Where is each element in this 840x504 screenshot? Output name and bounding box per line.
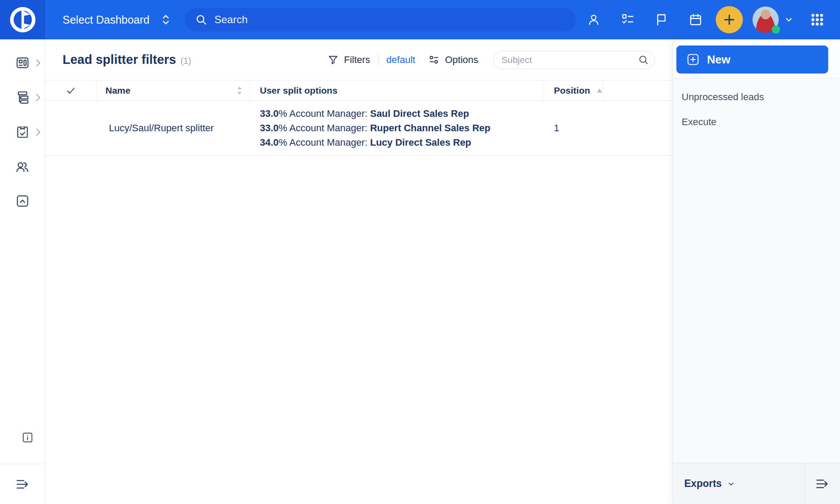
table-header-row: Name User split options Position [45, 80, 672, 101]
tree-structure-icon [15, 90, 30, 105]
collapse-panel-button[interactable] [805, 463, 840, 504]
chevron-right-icon [36, 94, 41, 102]
action-panel-header: New [673, 39, 840, 78]
filters-button[interactable]: Filters [328, 54, 370, 66]
column-header-name[interactable]: Name [97, 80, 250, 100]
row-split-options-cell: 33.0% Account Manager: Saul Direct Sales… [250, 106, 543, 150]
panel-item-unprocessed-leads[interactable]: Unprocessed leads [673, 84, 840, 109]
expand-arrow-icon [815, 476, 830, 491]
contact-person-icon[interactable] [587, 13, 600, 26]
column-header-user-split-options: User split options [250, 80, 543, 100]
logo-icon [9, 6, 36, 33]
search-input[interactable] [214, 14, 576, 26]
split-option-line: 33.0% Account Manager: Saul Direct Sales… [260, 106, 543, 121]
exports-button[interactable]: Exports [673, 463, 805, 504]
left-sidebar [0, 39, 45, 504]
filters-label: Filters [344, 54, 370, 66]
plus-icon [722, 13, 736, 27]
checkmark-icon [66, 85, 76, 96]
split-option-line: 34.0% Account Manager: Lucy Direct Sales… [260, 135, 543, 150]
top-navigation-bar: Select Dashboard [0, 0, 840, 39]
default-filter-link[interactable]: default [386, 54, 415, 66]
sidebar-divider [0, 464, 45, 464]
flag-icon[interactable] [655, 13, 668, 26]
action-panel: New Unprocessed leads Execute Exports [672, 39, 840, 504]
search-icon [195, 14, 207, 26]
column-label: Position [554, 85, 590, 96]
app-logo[interactable] [0, 0, 45, 39]
column-header-position[interactable]: Position [543, 80, 603, 100]
chevron-right-icon [36, 59, 41, 67]
split-option-line: 33.0% Account Manager: Rupert Channel Sa… [260, 121, 543, 135]
plus-square-icon [686, 53, 700, 66]
quick-add-button[interactable] [716, 6, 743, 33]
funnel-icon [328, 54, 339, 65]
sort-both-icon [237, 86, 242, 95]
account-menu-chevron-down-icon[interactable] [784, 14, 794, 25]
search-icon [638, 54, 649, 66]
table-row[interactable]: Lucy/Saul/Rupert splitter 33.0% Account … [45, 101, 672, 156]
sidebar-item-activities[interactable] [0, 115, 45, 149]
options-label: Options [445, 54, 478, 66]
clipboard-check-icon [15, 125, 30, 139]
page-title-count: (1) [180, 56, 191, 66]
sort-ascending-icon [596, 88, 603, 93]
up-down-chevrons-icon [161, 13, 171, 26]
select-all-checkmark[interactable] [45, 80, 97, 100]
online-status-dot [772, 25, 780, 34]
user-avatar[interactable] [752, 7, 779, 33]
apps-grid-icon[interactable] [810, 12, 825, 27]
sidebar-item-contacts[interactable] [0, 149, 45, 184]
subject-search-input[interactable] [493, 51, 655, 69]
column-label: User split options [260, 85, 337, 96]
dashboard-selector[interactable]: Select Dashboard [63, 0, 171, 39]
chevron-down-icon [726, 479, 736, 489]
sliders-icon [428, 54, 440, 66]
new-button[interactable]: New [676, 46, 828, 74]
global-search [185, 8, 576, 32]
page-title: Lead splitter filters (1) [63, 52, 191, 67]
panel-item-execute[interactable]: Execute [673, 109, 840, 134]
row-name-cell: Lucy/Saul/Rupert splitter [97, 122, 250, 134]
chevron-up-square-icon [15, 194, 30, 208]
main-content: Lead splitter filters (1) Filters defaul… [45, 39, 672, 504]
lead-splitter-table: Name User split options Position [45, 80, 672, 156]
action-panel-footer: Exports [673, 463, 840, 504]
column-label: Name [105, 85, 130, 96]
sidebar-item-collapse-up[interactable] [0, 184, 45, 218]
row-position-cell: 1 [543, 122, 603, 134]
new-button-label: New [707, 53, 730, 66]
chevron-right-icon [36, 128, 41, 136]
dashboard-layout-icon [15, 56, 30, 70]
users-icon [15, 159, 30, 174]
calendar-icon[interactable] [689, 13, 702, 26]
toolbar-divider [378, 54, 378, 66]
tasks-checklist-icon[interactable] [621, 13, 634, 26]
sidebar-item-dashboards[interactable] [0, 46, 45, 80]
page-title-text: Lead splitter filters [63, 52, 176, 67]
action-panel-items: Unprocessed leads Execute [673, 78, 840, 134]
page-toolbar: Lead splitter filters (1) Filters defaul… [45, 39, 672, 80]
column-header-actions [603, 80, 672, 100]
expand-sidebar-arrow-icon[interactable] [15, 477, 30, 492]
subject-search [493, 51, 655, 69]
sidebar-item-structure[interactable] [0, 80, 45, 115]
options-button[interactable]: Options [428, 54, 478, 66]
exports-label: Exports [684, 478, 722, 490]
dashboard-selector-label: Select Dashboard [63, 14, 150, 26]
info-icon[interactable] [21, 431, 34, 444]
